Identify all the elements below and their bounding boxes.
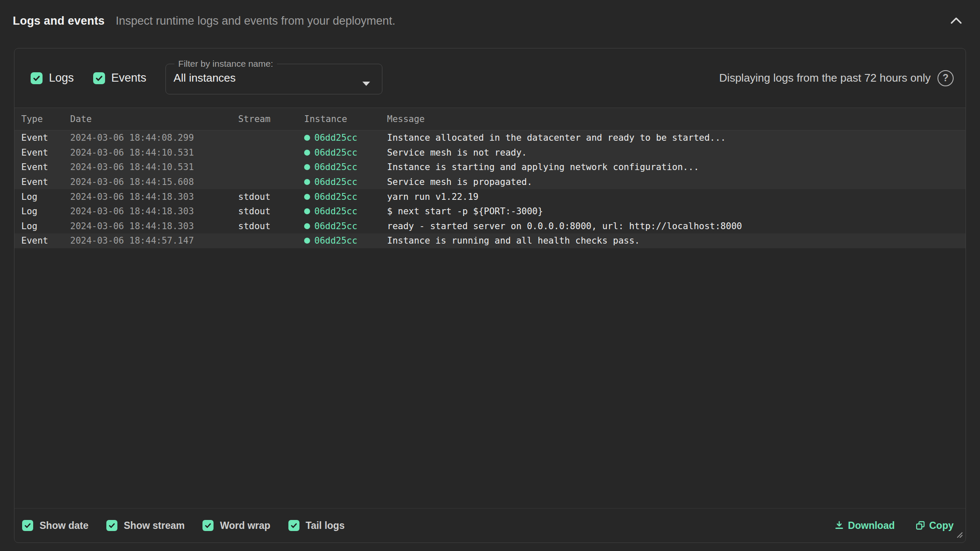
logs-filter-label: Logs bbox=[49, 71, 74, 85]
instance-status-dot-icon bbox=[304, 179, 310, 185]
cell-type: Log bbox=[21, 192, 70, 202]
cell-type: Event bbox=[21, 148, 70, 158]
cell-instance: 06dd25cc bbox=[304, 192, 387, 202]
cell-date: 2024-03-06 18:44:08.299 bbox=[70, 133, 238, 143]
cell-instance-id: 06dd25cc bbox=[314, 177, 357, 187]
word-wrap-label: Word wrap bbox=[220, 520, 270, 531]
checkbox-checked-icon bbox=[22, 520, 33, 531]
checkbox-checked-icon bbox=[93, 72, 105, 84]
page-subtitle: Inspect runtime logs and events from you… bbox=[116, 14, 395, 28]
cell-message: Instance allocated in the datacenter and… bbox=[387, 133, 966, 143]
cell-instance-id: 06dd25cc bbox=[314, 221, 357, 231]
download-label: Download bbox=[848, 520, 895, 531]
tail-logs-toggle[interactable]: Tail logs bbox=[288, 520, 345, 531]
checkbox-checked-icon bbox=[202, 520, 214, 531]
cell-stream: stdout bbox=[238, 221, 304, 231]
copy-logs-button[interactable]: Copy bbox=[915, 520, 954, 531]
instance-status-dot-icon bbox=[304, 208, 310, 214]
cell-date: 2024-03-06 18:44:57.147 bbox=[70, 236, 238, 246]
copy-icon bbox=[915, 520, 926, 531]
show-stream-label: Show stream bbox=[124, 520, 185, 531]
cell-instance: 06dd25cc bbox=[304, 177, 387, 187]
help-icon[interactable]: ? bbox=[937, 70, 954, 86]
cell-message: yarn run v1.22.19 bbox=[387, 192, 966, 202]
cell-type: Event bbox=[21, 236, 70, 246]
instance-filter-select[interactable]: Filter by instance name: All instances bbox=[165, 59, 382, 94]
retention-note-wrap: Displaying logs from the past 72 hours o… bbox=[719, 70, 954, 86]
log-row: Event 2024-03-06 18:44:10.531 06dd25cc S… bbox=[14, 145, 966, 160]
column-header-type: Type bbox=[21, 114, 70, 124]
checkbox-checked-icon bbox=[106, 520, 117, 531]
chevron-down-icon bbox=[362, 82, 370, 86]
cell-instance-id: 06dd25cc bbox=[314, 192, 357, 202]
cell-type: Log bbox=[21, 206, 70, 216]
show-stream-toggle[interactable]: Show stream bbox=[106, 520, 185, 531]
log-table-header: Type Date Stream Instance Message bbox=[14, 108, 966, 131]
filter-bar: Logs Events Filter by instance name: All… bbox=[14, 48, 966, 108]
cell-instance: 06dd25cc bbox=[304, 236, 387, 246]
events-filter-label: Events bbox=[111, 71, 147, 85]
log-row: Event 2024-03-06 18:44:57.147 06dd25cc I… bbox=[14, 233, 966, 248]
cell-message: ready - started server on 0.0.0.0:8000, … bbox=[387, 221, 966, 231]
log-row: Log 2024-03-06 18:44:18.303 stdout 06dd2… bbox=[14, 219, 966, 234]
cell-instance: 06dd25cc bbox=[304, 162, 387, 172]
checkbox-checked-icon bbox=[31, 72, 43, 84]
log-row: Log 2024-03-06 18:44:18.303 stdout 06dd2… bbox=[14, 189, 966, 204]
cell-date: 2024-03-06 18:44:10.531 bbox=[70, 148, 238, 158]
cell-message: $ next start -p ${PORT:-3000} bbox=[387, 206, 966, 216]
footer-actions: Download Copy bbox=[834, 520, 954, 531]
resize-handle[interactable] bbox=[955, 530, 963, 540]
events-filter-checkbox[interactable]: Events bbox=[93, 71, 147, 85]
cell-instance: 06dd25cc bbox=[304, 221, 387, 231]
cell-instance-id: 06dd25cc bbox=[314, 236, 357, 246]
cell-instance-id: 06dd25cc bbox=[314, 148, 357, 158]
column-header-stream: Stream bbox=[238, 114, 304, 124]
cell-instance-id: 06dd25cc bbox=[314, 162, 357, 172]
cell-date: 2024-03-06 18:44:18.303 bbox=[70, 192, 238, 202]
column-header-instance: Instance bbox=[304, 114, 387, 124]
cell-message: Instance is starting and applying networ… bbox=[387, 162, 966, 172]
page-title: Logs and events bbox=[13, 14, 105, 28]
copy-label: Copy bbox=[929, 520, 954, 531]
logs-filter-checkbox[interactable]: Logs bbox=[31, 71, 74, 85]
column-header-message: Message bbox=[387, 114, 966, 124]
cell-date: 2024-03-06 18:44:18.303 bbox=[70, 206, 238, 216]
cell-date: 2024-03-06 18:44:15.608 bbox=[70, 177, 238, 187]
cell-type: Event bbox=[21, 162, 70, 172]
cell-date: 2024-03-06 18:44:10.531 bbox=[70, 162, 238, 172]
chevron-up-icon bbox=[950, 16, 963, 26]
section-header: Logs and events Inspect runtime logs and… bbox=[0, 0, 980, 48]
collapse-section-button[interactable] bbox=[948, 12, 965, 29]
retention-note: Displaying logs from the past 72 hours o… bbox=[719, 71, 931, 85]
instance-filter-value: All instances bbox=[166, 69, 382, 85]
log-row: Event 2024-03-06 18:44:15.608 06dd25cc S… bbox=[14, 175, 966, 190]
cell-date: 2024-03-06 18:44:18.303 bbox=[70, 221, 238, 231]
cell-instance: 06dd25cc bbox=[304, 148, 387, 158]
download-icon bbox=[834, 520, 844, 531]
logs-panel: Logs Events Filter by instance name: All… bbox=[14, 48, 966, 543]
cell-message: Instance is running and all health check… bbox=[387, 236, 966, 246]
cell-message: Service mesh is propagated. bbox=[387, 177, 966, 187]
instance-status-dot-icon bbox=[304, 238, 310, 244]
column-header-date: Date bbox=[70, 114, 238, 124]
instance-status-dot-icon bbox=[304, 135, 310, 141]
show-date-label: Show date bbox=[40, 520, 88, 531]
cell-instance-id: 06dd25cc bbox=[314, 133, 357, 143]
instance-status-dot-icon bbox=[304, 150, 310, 156]
cell-message: Service mesh is not ready. bbox=[387, 148, 966, 158]
cell-stream: stdout bbox=[238, 206, 304, 216]
cell-instance: 06dd25cc bbox=[304, 133, 387, 143]
show-date-toggle[interactable]: Show date bbox=[22, 520, 88, 531]
download-logs-button[interactable]: Download bbox=[834, 520, 895, 531]
word-wrap-toggle[interactable]: Word wrap bbox=[202, 520, 270, 531]
instance-status-dot-icon bbox=[304, 223, 310, 229]
tail-logs-label: Tail logs bbox=[306, 520, 345, 531]
cell-type: Event bbox=[21, 133, 70, 143]
checkbox-checked-icon bbox=[288, 520, 299, 531]
log-row: Log 2024-03-06 18:44:18.303 stdout 06dd2… bbox=[14, 204, 966, 219]
cell-stream: stdout bbox=[238, 192, 304, 202]
cell-instance: 06dd25cc bbox=[304, 206, 387, 216]
instance-status-dot-icon bbox=[304, 164, 310, 170]
instance-status-dot-icon bbox=[304, 194, 310, 200]
instance-filter-legend: Filter by instance name: bbox=[174, 59, 277, 69]
